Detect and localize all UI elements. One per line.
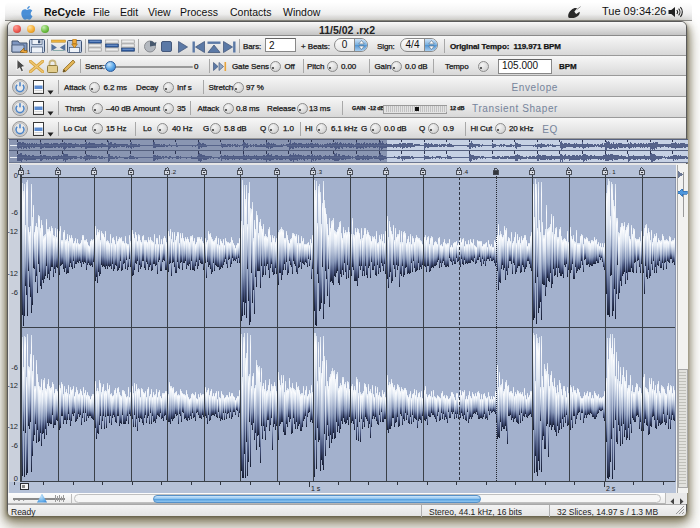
svg-text:-12: -12 <box>8 227 18 236</box>
svg-text:-12: -12 <box>8 269 18 278</box>
svg-text:-6: -6 <box>11 208 18 217</box>
svg-text:-12: -12 <box>8 422 18 431</box>
svg-text:2 s: 2 s <box>606 485 616 492</box>
svg-text:-6: -6 <box>11 441 18 450</box>
svg-text:-6: -6 <box>11 288 18 297</box>
svg-text:-6: -6 <box>11 363 18 372</box>
svg-text:.1: .1 <box>25 169 31 175</box>
svg-text:.3: .3 <box>317 169 323 175</box>
svg-text:. 1: . 1 <box>609 169 616 175</box>
svg-text:0: 0 <box>14 171 18 180</box>
svg-text:.2: .2 <box>171 169 177 175</box>
svg-text:1 s: 1 s <box>311 485 321 492</box>
svg-text:-12: -12 <box>8 381 18 390</box>
svg-text:0: 0 <box>14 474 18 483</box>
svg-text:.4: .4 <box>463 169 469 175</box>
